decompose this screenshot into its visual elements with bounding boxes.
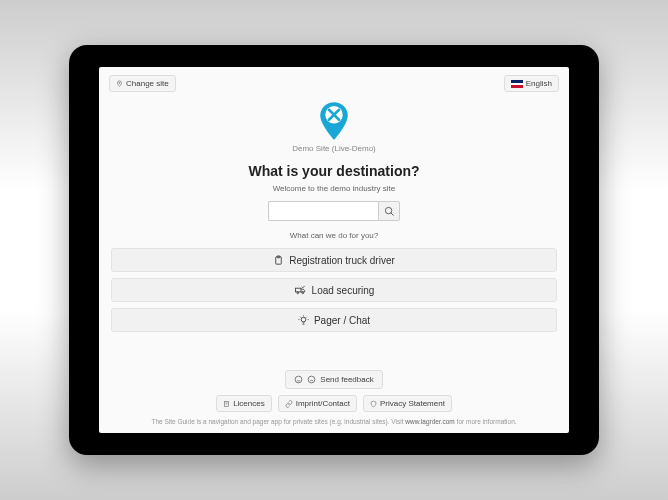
svg-point-10 — [295, 376, 302, 383]
change-site-label: Change site — [126, 79, 169, 88]
footer-note-pre: The Site Guide is a navigation and pager… — [151, 418, 405, 425]
bulb-icon — [298, 315, 309, 326]
search-button[interactable] — [378, 201, 400, 221]
search-input[interactable] — [268, 201, 378, 221]
page-subline: Welcome to the demo industry site — [273, 184, 396, 193]
link-icon — [285, 400, 293, 408]
change-site-button[interactable]: Change site — [109, 75, 176, 92]
footer-note-link[interactable]: www.lagrder.com — [405, 418, 455, 425]
svg-line-3 — [390, 212, 393, 215]
feedback-label: Send feedback — [320, 375, 373, 384]
main-content: Demo Site (Live-Demo) What is your desti… — [99, 100, 569, 332]
uk-flag-icon — [511, 80, 523, 88]
licences-link[interactable]: Licences — [216, 395, 272, 412]
site-logo-icon — [319, 102, 349, 140]
search-icon — [384, 206, 395, 217]
doc-icon — [223, 400, 230, 408]
topbar: Change site English — [99, 67, 569, 100]
clipboard-icon — [273, 255, 284, 266]
shield-icon — [370, 400, 377, 408]
registration-button[interactable]: Registration truck driver — [111, 248, 557, 272]
page-headline: What is your destination? — [248, 163, 419, 179]
svg-point-0 — [119, 82, 120, 83]
language-button[interactable]: English — [504, 75, 559, 92]
emoji-sad-icon — [307, 375, 316, 384]
send-feedback-button[interactable]: Send feedback — [285, 370, 382, 389]
pin-icon — [116, 79, 123, 88]
pager-chat-button[interactable]: Pager / Chat — [111, 308, 557, 332]
svg-point-8 — [301, 291, 303, 293]
licences-label: Licences — [233, 399, 265, 408]
imprint-label: Imprint/Contact — [296, 399, 350, 408]
svg-point-9 — [301, 317, 306, 322]
svg-point-11 — [308, 376, 315, 383]
footer-note-post: for more information. — [455, 418, 517, 425]
load-securing-button[interactable]: Load securing — [111, 278, 557, 302]
privacy-label: Privacy Statement — [380, 399, 445, 408]
load-securing-label: Load securing — [312, 285, 375, 296]
footer-note: The Site Guide is a navigation and pager… — [151, 418, 516, 425]
truck-check-icon — [294, 285, 307, 296]
help-text: What can we do for you? — [290, 231, 379, 240]
pager-chat-label: Pager / Chat — [314, 315, 370, 326]
svg-rect-6 — [295, 288, 301, 292]
footer: Send feedback Licences Imprint/Contact P… — [99, 370, 569, 425]
footer-links: Licences Imprint/Contact Privacy Stateme… — [216, 395, 452, 412]
imprint-link[interactable]: Imprint/Contact — [278, 395, 357, 412]
svg-point-2 — [385, 207, 391, 213]
registration-label: Registration truck driver — [289, 255, 395, 266]
language-label: English — [526, 79, 552, 88]
privacy-link[interactable]: Privacy Statement — [363, 395, 452, 412]
actions-list: Registration truck driver Load securing … — [109, 248, 559, 332]
site-name: Demo Site (Live-Demo) — [292, 144, 376, 153]
emoji-icon — [294, 375, 303, 384]
svg-point-7 — [296, 291, 298, 293]
search-row — [268, 201, 400, 221]
app-screen: Change site English Demo Site (Live-Demo… — [99, 67, 569, 433]
tablet-frame: Change site English Demo Site (Live-Demo… — [69, 45, 599, 455]
